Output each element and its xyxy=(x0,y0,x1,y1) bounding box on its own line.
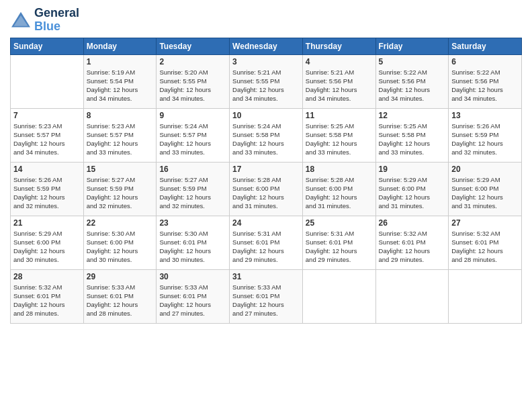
calendar-cell: 28Sunrise: 5:32 AMSunset: 6:01 PMDayligh… xyxy=(11,269,84,323)
calendar-cell xyxy=(375,269,449,323)
calendar-cell xyxy=(449,269,522,323)
day-info: Sunrise: 5:31 AMSunset: 6:01 PMDaylight:… xyxy=(306,229,373,265)
calendar-cell xyxy=(302,269,375,323)
calendar-cell: 2Sunrise: 5:20 AMSunset: 5:55 PMDaylight… xyxy=(157,54,230,108)
day-number: 30 xyxy=(159,272,226,281)
day-number: 29 xyxy=(87,272,154,281)
day-number: 12 xyxy=(379,111,446,120)
logo-icon xyxy=(10,11,32,30)
calendar-cell: 9Sunrise: 5:24 AMSunset: 5:57 PMDaylight… xyxy=(157,108,230,162)
header: General Blue xyxy=(10,7,522,34)
calendar-cell: 17Sunrise: 5:28 AMSunset: 6:00 PMDayligh… xyxy=(230,162,303,216)
day-info: Sunrise: 5:19 AMSunset: 5:54 PMDaylight:… xyxy=(87,68,154,103)
calendar-cell: 21Sunrise: 5:29 AMSunset: 6:00 PMDayligh… xyxy=(11,216,84,269)
day-info: Sunrise: 5:27 AMSunset: 5:59 PMDaylight:… xyxy=(159,175,226,211)
day-number: 2 xyxy=(159,57,226,66)
page-container: General Blue SundayMondayTuesdayWednesda… xyxy=(0,0,532,330)
day-number: 6 xyxy=(451,57,519,66)
day-number: 10 xyxy=(232,111,300,120)
calendar-cell: 14Sunrise: 5:26 AMSunset: 5:59 PMDayligh… xyxy=(11,162,84,216)
day-info: Sunrise: 5:30 AMSunset: 6:00 PMDaylight:… xyxy=(87,229,154,265)
day-info: Sunrise: 5:33 AMSunset: 6:01 PMDaylight:… xyxy=(232,283,300,318)
calendar-week: 1Sunrise: 5:19 AMSunset: 5:54 PMDaylight… xyxy=(11,54,522,108)
day-info: Sunrise: 5:32 AMSunset: 6:01 PMDaylight:… xyxy=(13,283,81,318)
calendar-cell xyxy=(11,54,84,108)
day-number: 23 xyxy=(159,218,226,228)
day-header: Saturday xyxy=(449,38,522,54)
calendar-cell: 10Sunrise: 5:24 AMSunset: 5:58 PMDayligh… xyxy=(230,108,303,162)
calendar-cell: 15Sunrise: 5:27 AMSunset: 5:59 PMDayligh… xyxy=(83,162,157,216)
day-number: 25 xyxy=(306,218,373,228)
day-number: 11 xyxy=(306,111,373,120)
calendar-cell: 8Sunrise: 5:23 AMSunset: 5:57 PMDaylight… xyxy=(83,108,157,162)
day-info: Sunrise: 5:29 AMSunset: 6:00 PMDaylight:… xyxy=(13,229,81,265)
day-number: 14 xyxy=(13,165,81,174)
day-info: Sunrise: 5:21 AMSunset: 5:55 PMDaylight:… xyxy=(232,68,300,103)
calendar-cell: 24Sunrise: 5:31 AMSunset: 6:01 PMDayligh… xyxy=(230,216,303,269)
day-info: Sunrise: 5:31 AMSunset: 6:01 PMDaylight:… xyxy=(232,229,300,265)
day-number: 18 xyxy=(306,165,373,174)
day-info: Sunrise: 5:27 AMSunset: 5:59 PMDaylight:… xyxy=(87,175,154,211)
day-number: 5 xyxy=(379,57,446,66)
day-info: Sunrise: 5:24 AMSunset: 5:58 PMDaylight:… xyxy=(232,122,300,157)
calendar-cell: 5Sunrise: 5:22 AMSunset: 5:56 PMDaylight… xyxy=(375,54,449,108)
calendar-cell: 3Sunrise: 5:21 AMSunset: 5:55 PMDaylight… xyxy=(230,54,303,108)
day-info: Sunrise: 5:22 AMSunset: 5:56 PMDaylight:… xyxy=(379,68,446,103)
day-info: Sunrise: 5:28 AMSunset: 6:00 PMDaylight:… xyxy=(306,175,373,211)
calendar-cell: 27Sunrise: 5:32 AMSunset: 6:01 PMDayligh… xyxy=(449,216,522,269)
calendar-header: SundayMondayTuesdayWednesdayThursdayFrid… xyxy=(11,38,522,54)
logo: General Blue xyxy=(10,7,79,34)
calendar-cell: 20Sunrise: 5:29 AMSunset: 6:00 PMDayligh… xyxy=(449,162,522,216)
day-number: 9 xyxy=(159,111,226,120)
day-header: Friday xyxy=(375,38,449,54)
day-info: Sunrise: 5:32 AMSunset: 6:01 PMDaylight:… xyxy=(379,229,446,265)
calendar-week: 21Sunrise: 5:29 AMSunset: 6:00 PMDayligh… xyxy=(11,216,522,269)
calendar-cell: 19Sunrise: 5:29 AMSunset: 6:00 PMDayligh… xyxy=(375,162,449,216)
day-number: 3 xyxy=(232,57,300,66)
day-header: Sunday xyxy=(11,38,84,54)
day-number: 21 xyxy=(13,218,81,228)
day-number: 24 xyxy=(232,218,300,228)
calendar-cell: 16Sunrise: 5:27 AMSunset: 5:59 PMDayligh… xyxy=(157,162,230,216)
logo-text: General Blue xyxy=(34,7,79,34)
day-number: 8 xyxy=(87,111,154,120)
day-info: Sunrise: 5:25 AMSunset: 5:58 PMDaylight:… xyxy=(306,122,373,157)
calendar-cell: 12Sunrise: 5:25 AMSunset: 5:58 PMDayligh… xyxy=(375,108,449,162)
day-info: Sunrise: 5:33 AMSunset: 6:01 PMDaylight:… xyxy=(159,283,226,318)
day-number: 13 xyxy=(451,111,519,120)
day-header: Thursday xyxy=(302,38,375,54)
day-number: 20 xyxy=(451,165,519,174)
day-number: 7 xyxy=(13,111,81,120)
calendar-cell: 29Sunrise: 5:33 AMSunset: 6:01 PMDayligh… xyxy=(83,269,157,323)
day-number: 4 xyxy=(306,57,373,66)
calendar-cell: 22Sunrise: 5:30 AMSunset: 6:00 PMDayligh… xyxy=(83,216,157,269)
day-info: Sunrise: 5:22 AMSunset: 5:56 PMDaylight:… xyxy=(451,68,519,103)
calendar-cell: 13Sunrise: 5:26 AMSunset: 5:59 PMDayligh… xyxy=(449,108,522,162)
day-info: Sunrise: 5:21 AMSunset: 5:56 PMDaylight:… xyxy=(306,68,373,103)
day-info: Sunrise: 5:29 AMSunset: 6:00 PMDaylight:… xyxy=(379,175,446,211)
calendar-week: 28Sunrise: 5:32 AMSunset: 6:01 PMDayligh… xyxy=(11,269,522,323)
day-number: 15 xyxy=(87,165,154,174)
day-info: Sunrise: 5:29 AMSunset: 6:00 PMDaylight:… xyxy=(451,175,519,211)
calendar-week: 14Sunrise: 5:26 AMSunset: 5:59 PMDayligh… xyxy=(11,162,522,216)
day-info: Sunrise: 5:26 AMSunset: 5:59 PMDaylight:… xyxy=(13,175,81,211)
day-info: Sunrise: 5:26 AMSunset: 5:59 PMDaylight:… xyxy=(451,122,519,157)
calendar-week: 7Sunrise: 5:23 AMSunset: 5:57 PMDaylight… xyxy=(11,108,522,162)
calendar-cell: 1Sunrise: 5:19 AMSunset: 5:54 PMDaylight… xyxy=(83,54,157,108)
day-header: Wednesday xyxy=(230,38,303,54)
day-info: Sunrise: 5:23 AMSunset: 5:57 PMDaylight:… xyxy=(13,122,81,157)
day-info: Sunrise: 5:23 AMSunset: 5:57 PMDaylight:… xyxy=(87,122,154,157)
calendar-cell: 31Sunrise: 5:33 AMSunset: 6:01 PMDayligh… xyxy=(230,269,303,323)
day-info: Sunrise: 5:28 AMSunset: 6:00 PMDaylight:… xyxy=(232,175,300,211)
day-number: 1 xyxy=(87,57,154,66)
day-header: Tuesday xyxy=(157,38,230,54)
calendar-cell: 30Sunrise: 5:33 AMSunset: 6:01 PMDayligh… xyxy=(157,269,230,323)
day-info: Sunrise: 5:33 AMSunset: 6:01 PMDaylight:… xyxy=(87,283,154,318)
calendar-cell: 23Sunrise: 5:30 AMSunset: 6:01 PMDayligh… xyxy=(157,216,230,269)
day-number: 26 xyxy=(379,218,446,228)
calendar-cell: 6Sunrise: 5:22 AMSunset: 5:56 PMDaylight… xyxy=(449,54,522,108)
calendar-cell: 25Sunrise: 5:31 AMSunset: 6:01 PMDayligh… xyxy=(302,216,375,269)
calendar-cell: 26Sunrise: 5:32 AMSunset: 6:01 PMDayligh… xyxy=(375,216,449,269)
day-number: 31 xyxy=(232,272,300,281)
day-number: 22 xyxy=(87,218,154,228)
